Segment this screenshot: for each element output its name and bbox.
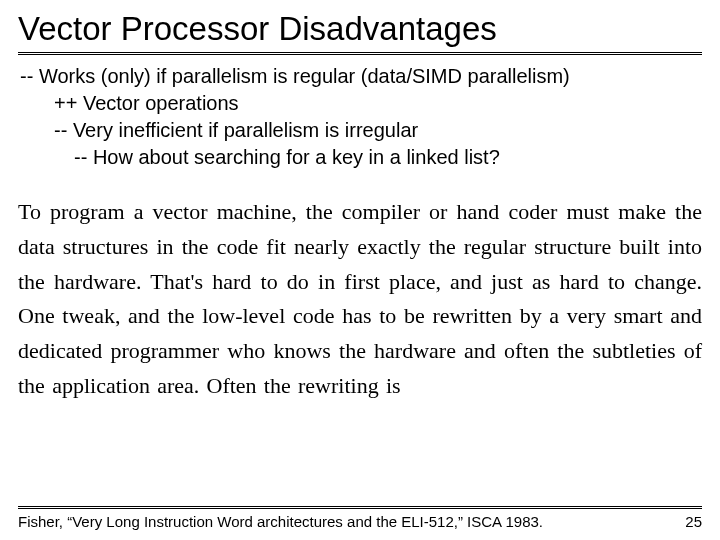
bullet-level-1: -- Works (only) if parallelism is regula… — [20, 63, 702, 90]
bullet-level-3: -- How about searching for a key in a li… — [74, 144, 702, 171]
bullet-level-2: -- Very inefficient if parallelism is ir… — [54, 117, 702, 144]
citation-text: Fisher, “Very Long Instruction Word arch… — [18, 513, 670, 530]
page-number: 25 — [670, 513, 702, 530]
quote-block: To program a vector machine, the compile… — [18, 171, 702, 506]
slide-title: Vector Processor Disadvantages — [18, 8, 702, 55]
bullet-level-2: ++ Vector operations — [54, 90, 702, 117]
bullet-list: -- Works (only) if parallelism is regula… — [18, 55, 702, 171]
footer: Fisher, “Very Long Instruction Word arch… — [18, 506, 702, 540]
